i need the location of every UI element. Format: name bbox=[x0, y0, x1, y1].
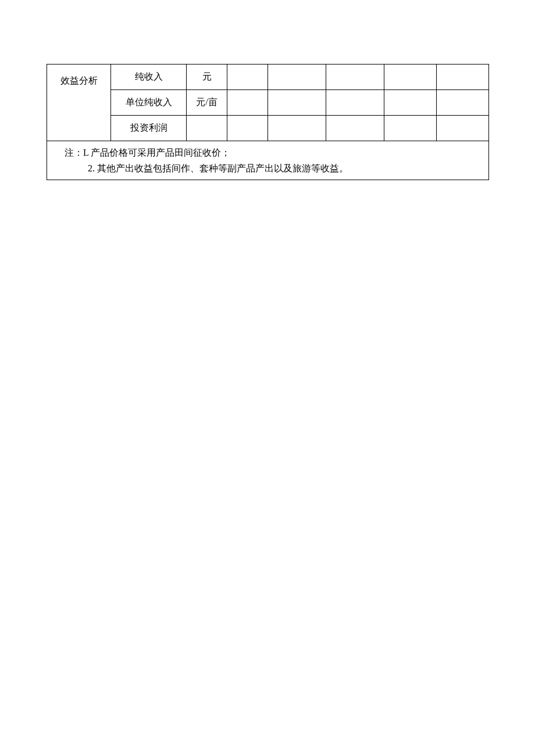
data-cell bbox=[227, 90, 268, 116]
note-cell: 注：L 产品价格可采用产品田间征收价； 2. 其他产出收益包括间作、套种等副产品… bbox=[47, 141, 489, 180]
row-unit: 元 bbox=[187, 65, 227, 90]
note-line-2: 2. 其他产出收益包括间作、套种等副产品产出以及旅游等收益。 bbox=[65, 160, 488, 176]
data-cell bbox=[268, 65, 326, 90]
row-unit bbox=[187, 116, 227, 141]
data-cell bbox=[437, 65, 489, 90]
row-unit: 元/亩 bbox=[187, 90, 227, 116]
data-cell bbox=[227, 65, 268, 90]
data-cell bbox=[437, 116, 489, 141]
data-cell bbox=[326, 116, 384, 141]
data-cell bbox=[268, 90, 326, 116]
table-note-row: 注：L 产品价格可采用产品田间征收价； 2. 其他产出收益包括间作、套种等副产品… bbox=[47, 141, 489, 180]
data-cell bbox=[326, 90, 384, 116]
table-row: 效益分析 纯收入 元 bbox=[47, 65, 489, 90]
data-cell bbox=[384, 90, 437, 116]
data-cell bbox=[227, 116, 268, 141]
row-label: 单位纯收入 bbox=[111, 90, 187, 116]
row-label: 纯收入 bbox=[111, 65, 187, 90]
data-cell bbox=[268, 116, 326, 141]
data-cell bbox=[384, 65, 437, 90]
benefit-analysis-table: 效益分析 纯收入 元 单位纯收入 元/亩 投资利润 bbox=[47, 64, 489, 180]
table-row: 单位纯收入 元/亩 bbox=[47, 90, 489, 116]
note-line-1: 注：L 产品价格可采用产品田间征收价； bbox=[65, 145, 488, 160]
group-label-cell: 效益分析 bbox=[47, 65, 111, 141]
document-table-container: 效益分析 纯收入 元 单位纯收入 元/亩 投资利润 bbox=[47, 64, 488, 180]
table-row: 投资利润 bbox=[47, 116, 489, 141]
data-cell bbox=[384, 116, 437, 141]
data-cell bbox=[437, 90, 489, 116]
row-label: 投资利润 bbox=[111, 116, 187, 141]
data-cell bbox=[326, 65, 384, 90]
